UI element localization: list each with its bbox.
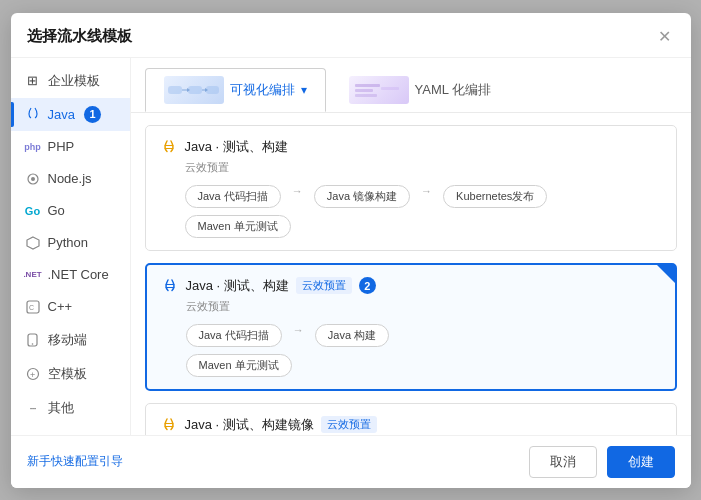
go-icon: Go (25, 203, 41, 219)
card3-header: Java · 测试、构建镜像 云效预置 (160, 416, 662, 434)
sidebar-item-cpp[interactable]: C C++ (11, 291, 130, 323)
content-list: Java · 测试、构建 云效预置 Java 代码扫描 → Java 镜像构建 … (131, 113, 691, 435)
java-card-icon (160, 138, 178, 156)
tag: Java 代码扫描 (186, 324, 282, 347)
svg-rect-18 (355, 94, 377, 97)
card1-header: Java · 测试、构建 (160, 138, 662, 156)
mobile-icon (25, 332, 41, 348)
cancel-button[interactable]: 取消 (529, 446, 597, 478)
nodejs-icon (25, 171, 41, 187)
empty-icon: + (25, 366, 41, 382)
sidebar-item-empty[interactable]: + 空模板 (11, 357, 130, 391)
sidebar-item-label: Java (48, 107, 75, 122)
card1-tags-row2: Maven 单元测试 (185, 215, 662, 238)
card2-title: Java · 测试、构建 (186, 277, 289, 295)
card3-title: Java · 测试、构建镜像 (185, 416, 314, 434)
tag: Java 镜像构建 (314, 185, 410, 208)
svg-rect-16 (355, 84, 380, 87)
sidebar-item-label: Node.js (48, 171, 92, 186)
java-card-icon-2 (161, 277, 179, 295)
sidebar-item-label: C++ (48, 299, 73, 314)
create-button[interactable]: 创建 (607, 446, 675, 478)
svg-rect-10 (188, 86, 202, 94)
sidebar-item-label: 其他 (48, 399, 74, 417)
card2-header: Java · 测试、构建 云效预置 2 (161, 277, 661, 295)
dialog: 选择流水线模板 ✕ ⊞ 企业模板 Java 1 (11, 13, 691, 488)
other-icon: ··· (25, 400, 41, 416)
card2-tags-row1: Java 代码扫描 → Java 构建 (186, 324, 661, 347)
card1-tags-row1: Java 代码扫描 → Java 镜像构建 → Kubernetes发布 (185, 185, 662, 208)
grid-icon: ⊞ (25, 73, 41, 89)
sidebar-item-mobile[interactable]: 移动端 (11, 323, 130, 357)
selected-corner (657, 265, 675, 283)
dialog-body: ⊞ 企业模板 Java 1 php PHP (11, 58, 691, 435)
tabs-row: 可视化编排 ▾ YAML 化编排 (131, 58, 691, 113)
tag: Kubernetes发布 (443, 185, 547, 208)
tab-yaml[interactable]: YAML 化编排 (330, 68, 511, 112)
quick-guide-link[interactable]: 新手快速配置引导 (27, 453, 123, 470)
php-icon: php (25, 139, 41, 155)
tab-visual-label: 可视化编排 (230, 81, 295, 99)
sidebar-item-label: 空模板 (48, 365, 87, 383)
tag: Java 构建 (315, 324, 389, 347)
sidebar: ⊞ 企业模板 Java 1 php PHP (11, 58, 131, 435)
sidebar-item-python[interactable]: Python (11, 227, 130, 259)
svg-text:+: + (30, 369, 35, 379)
card1-subtitle: 云效预置 (185, 160, 662, 175)
arrow-icon: → (293, 324, 304, 347)
python-icon (25, 235, 41, 251)
arrow-icon: → (292, 185, 303, 208)
card2-tags-row2: Maven 单元测试 (186, 354, 661, 377)
java-card-icon-3 (160, 416, 178, 434)
svg-rect-17 (355, 89, 373, 92)
svg-point-6 (32, 343, 34, 345)
sidebar-item-php[interactable]: php PHP (11, 131, 130, 163)
tag: Java 代码扫描 (185, 185, 281, 208)
svg-text:C: C (29, 304, 34, 311)
tag: Maven 单元测试 (185, 215, 291, 238)
svg-rect-9 (168, 86, 182, 94)
svg-rect-19 (381, 87, 399, 90)
arrow-icon: → (421, 185, 432, 208)
dialog-footer: 新手快速配置引导 取消 创建 (11, 435, 691, 488)
footer-buttons: 取消 创建 (529, 446, 675, 478)
sidebar-item-nodejs[interactable]: Node.js (11, 163, 130, 195)
tab-thumb-yaml (349, 76, 409, 104)
card2-subtitle: 云效预置 (186, 299, 661, 314)
template-card-2[interactable]: Java · 测试、构建 云效预置 2 云效预置 Java 代码扫描 → Jav… (145, 263, 677, 391)
sidebar-item-label: Go (48, 203, 65, 218)
tab-visual[interactable]: 可视化编排 ▾ (145, 68, 326, 112)
tab-check-icon: ▾ (301, 83, 307, 97)
sidebar-item-label: Python (48, 235, 88, 250)
sidebar-item-label: PHP (48, 139, 75, 154)
dialog-title: 选择流水线模板 (27, 27, 132, 46)
dotnet-icon: .NET (25, 267, 41, 283)
svg-point-1 (31, 177, 35, 181)
sidebar-item-label: 移动端 (48, 331, 87, 349)
tab-thumb-visual (164, 76, 224, 104)
java-icon (25, 106, 41, 122)
sidebar-item-label: 企业模板 (48, 72, 100, 90)
sidebar-item-other[interactable]: ··· 其他 (11, 391, 130, 425)
sidebar-item-label: .NET Core (48, 267, 109, 282)
close-button[interactable]: ✕ (655, 27, 675, 47)
tag: Maven 单元测试 (186, 354, 292, 377)
svg-marker-2 (27, 237, 39, 249)
card2-badge: 云效预置 (296, 277, 352, 294)
sidebar-item-java[interactable]: Java 1 (11, 98, 130, 131)
sidebar-item-enterprise[interactable]: ⊞ 企业模板 (11, 64, 130, 98)
sidebar-badge: 1 (84, 106, 101, 123)
tab-yaml-label: YAML 化编排 (415, 81, 492, 99)
dialog-header: 选择流水线模板 ✕ (11, 13, 691, 58)
sidebar-item-netcore[interactable]: .NET .NET Core (11, 259, 130, 291)
main-area: 可视化编排 ▾ YAML 化编排 (131, 58, 691, 435)
template-card-1[interactable]: Java · 测试、构建 云效预置 Java 代码扫描 → Java 镜像构建 … (145, 125, 677, 251)
card3-badge: 云效预置 (321, 416, 377, 433)
card2-badge2: 2 (359, 277, 376, 294)
template-card-3[interactable]: Java · 测试、构建镜像 云效预置 云效预置 Java 代码扫描 → 镜像构… (145, 403, 677, 435)
cpp-icon: C (25, 299, 41, 315)
card1-title: Java · 测试、构建 (185, 138, 288, 156)
sidebar-item-go[interactable]: Go Go (11, 195, 130, 227)
